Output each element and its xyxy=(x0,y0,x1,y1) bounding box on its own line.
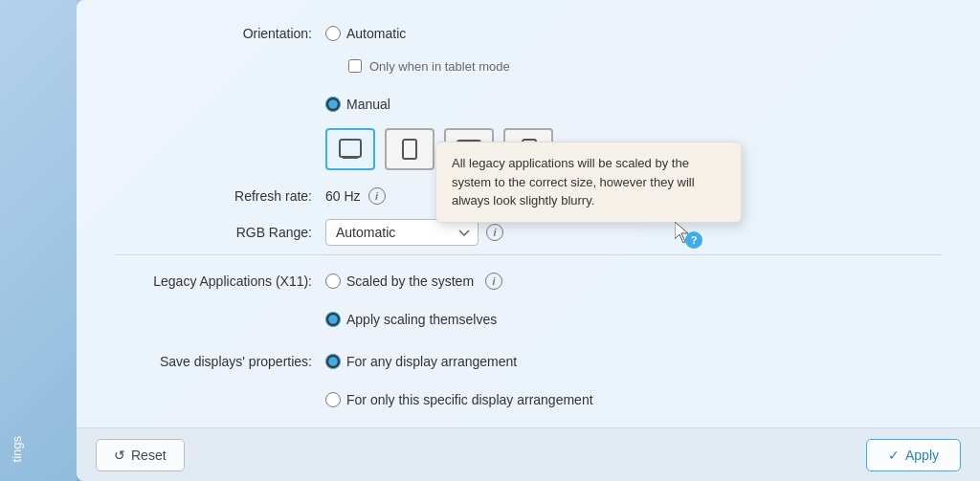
rgb-range-content: Automatic Full Limited i xyxy=(325,219,942,246)
orientation-auto-radio[interactable] xyxy=(325,26,341,41)
orientation-manual-group: Manual xyxy=(325,97,390,112)
tablet-mode-row: Only when in tablet mode xyxy=(115,48,942,84)
rgb-range-label: RGB Range: xyxy=(115,225,325,240)
apply-check-icon: ✓ xyxy=(888,448,900,463)
save-displays-content2: For only this specific display arrangeme… xyxy=(325,392,942,407)
footer-bar: ↺ Reset ✓ Apply xyxy=(77,427,980,481)
tooltip-box: All legacy applications will be scaled b… xyxy=(435,142,742,223)
save-any-radio[interactable] xyxy=(325,354,341,369)
save-displays-row: Save displays' properties: For any displ… xyxy=(115,343,942,380)
tablet-content: Only when in tablet mode xyxy=(325,59,942,74)
legacy-apps-label: Legacy Applications (X11): xyxy=(115,273,325,289)
manual-row: Manual xyxy=(115,86,942,122)
save-displays-row2: For only this specific display arrangeme… xyxy=(115,382,942,418)
rgb-range-info-icon[interactable]: i xyxy=(486,224,503,241)
divider-1 xyxy=(115,254,942,255)
rgb-range-dropdown[interactable]: Automatic Full Limited xyxy=(325,219,479,246)
orient-normal-icon[interactable] xyxy=(325,128,375,170)
refresh-rate-info-icon[interactable]: i xyxy=(368,187,386,205)
reset-label: Reset xyxy=(131,448,167,463)
save-any-group: For any display arrangement xyxy=(325,354,517,369)
save-any-label: For any display arrangement xyxy=(346,354,517,369)
reset-icon: ↺ xyxy=(114,448,125,463)
save-specific-radio[interactable] xyxy=(325,392,341,407)
legacy-themselves-group: Apply scaling themselves xyxy=(325,312,497,327)
tablet-mode-label: Only when in tablet mode xyxy=(369,59,510,74)
save-displays-label: Save displays' properties: xyxy=(115,354,325,369)
orientation-manual-label: Manual xyxy=(346,97,390,112)
apply-button[interactable]: ✓ Apply xyxy=(866,439,961,471)
legacy-apps-row: Legacy Applications (X11): Scaled by the… xyxy=(115,263,942,299)
legacy-apps-row2: Apply scaling themselves xyxy=(115,301,942,338)
legacy-apps-content2: Apply scaling themselves xyxy=(325,312,942,327)
orientation-manual-radio[interactable] xyxy=(325,97,341,112)
apply-label: Apply xyxy=(905,448,939,463)
orient-portrait-left-icon[interactable] xyxy=(385,128,434,170)
orientation-content: Automatic xyxy=(325,26,942,41)
save-specific-label: For only this specific display arrangeme… xyxy=(346,392,593,407)
legacy-system-label: Scaled by the system xyxy=(346,273,474,289)
svg-rect-2 xyxy=(403,140,416,159)
tablet-mode-checkbox[interactable] xyxy=(348,59,362,73)
orientation-label: Orientation: xyxy=(115,26,325,41)
orientation-auto-label: Automatic xyxy=(346,26,406,41)
manual-content: Manual xyxy=(325,97,942,112)
legacy-scaled-group: Scaled by the system xyxy=(325,273,474,289)
svg-rect-0 xyxy=(340,140,361,157)
legacy-system-radio[interactable] xyxy=(325,273,341,289)
refresh-rate-value: 60 Hz xyxy=(325,188,361,204)
sidebar: tings xyxy=(0,0,77,481)
save-specific-group: For only this specific display arrangeme… xyxy=(325,392,593,407)
legacy-themselves-radio[interactable] xyxy=(325,312,341,327)
orientation-row: Orientation: Automatic xyxy=(115,15,942,52)
svg-rect-1 xyxy=(343,157,358,159)
legacy-themselves-label: Apply scaling themselves xyxy=(346,312,497,327)
tooltip-text: All legacy applications will be scaled b… xyxy=(452,156,695,208)
legacy-apps-content: Scaled by the system i xyxy=(325,273,942,290)
save-displays-content: For any display arrangement xyxy=(325,354,942,369)
sidebar-label: tings xyxy=(10,436,24,462)
legacy-info-icon[interactable]: i xyxy=(485,273,502,290)
main-panel: Orientation: Automatic Only when in tabl… xyxy=(77,0,980,481)
orientation-auto-group: Automatic xyxy=(325,26,406,41)
reset-button[interactable]: ↺ Reset xyxy=(96,439,185,471)
refresh-rate-label: Refresh rate: xyxy=(115,188,325,204)
